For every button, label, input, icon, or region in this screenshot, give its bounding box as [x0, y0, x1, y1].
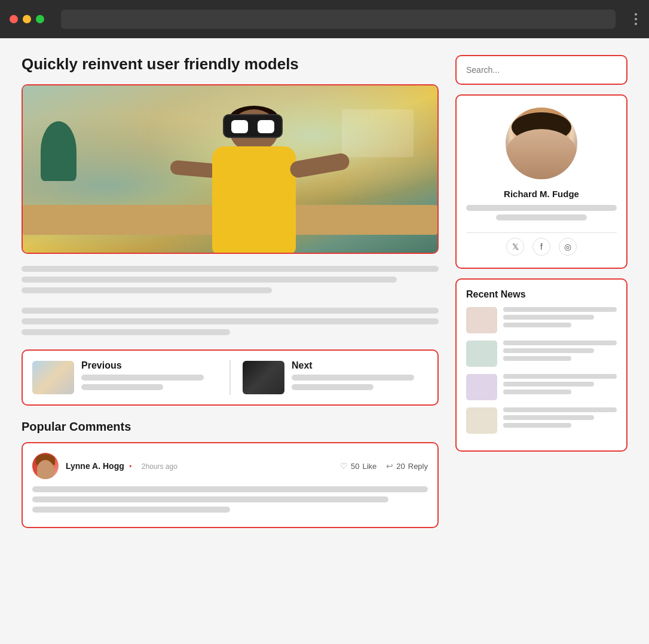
- facebook-icon: f: [540, 242, 543, 252]
- arm-left: [170, 160, 219, 179]
- news-thumbnail: [466, 307, 497, 333]
- news-item[interactable]: [466, 307, 617, 333]
- author-box: Richard M. Fudge 𝕏 f ◎: [455, 94, 627, 269]
- avatar-face: [37, 460, 54, 479]
- text-skeleton-line: [22, 308, 439, 314]
- twitter-link[interactable]: 𝕏: [506, 238, 524, 256]
- article-text-group-1: [22, 266, 439, 298]
- browser-content: Quickly reinvent user friendly models: [0, 38, 649, 644]
- comment-separator-dot: •: [129, 462, 131, 471]
- author-divider: [466, 232, 617, 233]
- news-item[interactable]: [466, 407, 617, 434]
- maximize-button[interactable]: [36, 15, 44, 23]
- nav-previous-subtitle-skeleton: [81, 384, 163, 390]
- address-bar[interactable]: [61, 10, 616, 29]
- nav-next[interactable]: Next: [243, 360, 428, 395]
- comment-author-name: Lynne A. Hogg: [66, 461, 124, 471]
- text-skeleton-line: [22, 266, 439, 272]
- search-box: [455, 55, 627, 85]
- reply-label: Reply: [408, 462, 428, 471]
- vr-headset: [223, 114, 283, 138]
- author-face-bg: [506, 129, 577, 179]
- instagram-link[interactable]: ◎: [559, 238, 577, 256]
- comment-text-skeleton: [32, 496, 388, 502]
- browser-menu-button[interactable]: [632, 11, 639, 27]
- text-skeleton-line: [22, 329, 230, 335]
- minimize-button[interactable]: [23, 15, 31, 23]
- author-social-links: 𝕏 f ◎: [506, 238, 577, 256]
- close-button[interactable]: [10, 15, 18, 23]
- recent-news-box: Recent News: [455, 278, 627, 452]
- person-body: [212, 146, 296, 253]
- recent-news-title: Recent News: [466, 289, 617, 300]
- nav-next-title-skeleton: [292, 375, 414, 381]
- news-title-skeleton: [503, 348, 594, 353]
- nav-next-thumbnail: [243, 361, 284, 394]
- text-skeleton-line: [22, 287, 272, 293]
- twitter-icon: 𝕏: [512, 242, 519, 252]
- article-navigation: Previous Next: [22, 349, 439, 406]
- traffic-lights: [10, 15, 44, 23]
- news-date-skeleton: [503, 323, 571, 327]
- news-title-skeleton: [503, 341, 617, 345]
- nav-previous-text: Previous: [81, 360, 218, 395]
- text-skeleton-line: [22, 318, 439, 324]
- menu-dot: [635, 23, 637, 25]
- browser-chrome: [0, 0, 649, 38]
- facebook-link[interactable]: f: [532, 238, 550, 256]
- heart-icon: ♡: [340, 461, 348, 471]
- search-input[interactable]: [466, 65, 617, 75]
- reply-button[interactable]: ↩ 20 Reply: [386, 461, 428, 471]
- like-label: Like: [362, 462, 376, 471]
- news-title-skeleton: [503, 415, 594, 420]
- instagram-icon: ◎: [564, 242, 571, 252]
- news-text: [503, 307, 617, 330]
- background-plant: [41, 121, 76, 181]
- nav-previous-thumbnail: [32, 361, 74, 394]
- comment-timestamp: 2hours ago: [142, 462, 177, 471]
- nav-divider: [229, 360, 231, 395]
- comment-actions: ♡ 50 Like ↩ 20 Reply: [340, 461, 428, 471]
- news-title-skeleton: [503, 315, 594, 320]
- nav-previous-title-skeleton: [81, 375, 204, 381]
- vr-lens-left: [231, 120, 248, 133]
- news-title-skeleton: [503, 382, 594, 387]
- news-title-skeleton: [503, 374, 617, 379]
- article-image-box: [22, 84, 439, 254]
- news-thumbnail: [466, 374, 497, 400]
- comment-header: Lynne A. Hogg • 2hours ago ♡ 50 Like: [32, 453, 428, 479]
- reply-icon: ↩: [386, 461, 393, 471]
- like-button[interactable]: ♡ 50 Like: [340, 461, 376, 471]
- text-skeleton-line: [22, 277, 397, 283]
- like-count: 50: [351, 462, 359, 471]
- article-image: [23, 85, 437, 253]
- reply-count: 20: [396, 462, 405, 471]
- news-thumbnail: [466, 341, 497, 367]
- author-bio-skeleton: [496, 214, 586, 220]
- vr-lens-right: [258, 120, 274, 133]
- news-text: [503, 407, 617, 431]
- background-shelf: [342, 109, 414, 157]
- news-date-skeleton: [503, 356, 571, 361]
- vr-scene-background: [23, 85, 437, 253]
- menu-dot: [635, 18, 637, 20]
- news-title-skeleton: [503, 307, 617, 312]
- comments-title: Popular Comments: [22, 420, 439, 434]
- main-column: Quickly reinvent user friendly models: [22, 55, 439, 627]
- page-layout: Quickly reinvent user friendly models: [22, 55, 627, 627]
- comment-card: Lynne A. Hogg • 2hours ago ♡ 50 Like: [22, 442, 439, 528]
- menu-dot: [635, 13, 637, 16]
- news-item[interactable]: [466, 341, 617, 367]
- comments-section: Popular Comments Lynne A. Hogg • 2hours …: [22, 420, 439, 528]
- nav-next-text: Next: [292, 360, 428, 395]
- page-title: Quickly reinvent user friendly models: [22, 55, 439, 73]
- article-text-group-2: [22, 308, 439, 340]
- nav-next-label: Next: [292, 360, 428, 371]
- sidebar: Richard M. Fudge 𝕏 f ◎: [455, 55, 627, 627]
- news-date-skeleton: [503, 423, 571, 428]
- author-bio-lines: [466, 205, 617, 220]
- nav-previous[interactable]: Previous: [32, 360, 218, 395]
- news-thumbnail: [466, 407, 497, 434]
- news-title-skeleton: [503, 407, 617, 412]
- news-item[interactable]: [466, 374, 617, 400]
